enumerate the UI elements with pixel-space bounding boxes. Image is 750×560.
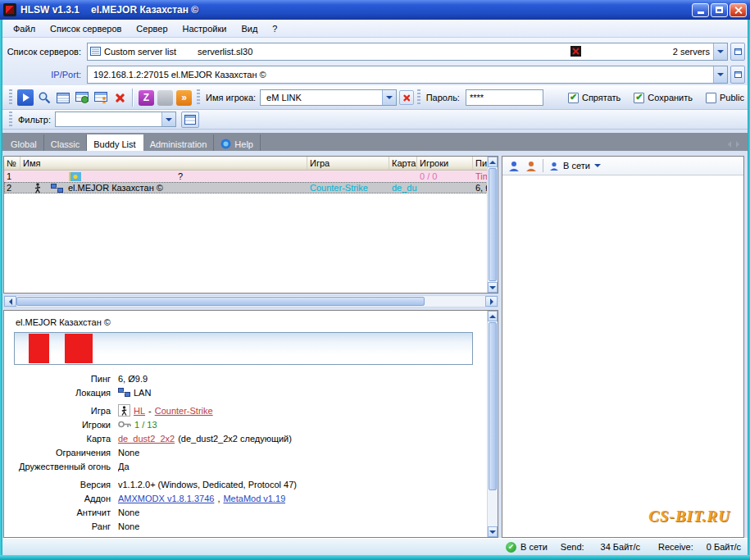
- tab-buddy-list[interactable]: Buddy List: [87, 134, 143, 151]
- public-checkbox-label: Public: [720, 93, 744, 102]
- toolbar-grip[interactable]: [9, 89, 12, 106]
- minimize-button[interactable]: [692, 3, 709, 17]
- player-name-dropdown-button[interactable]: [382, 90, 396, 105]
- game-link-mod[interactable]: Counter-Strike: [155, 406, 213, 416]
- scroll-up-button[interactable]: [488, 157, 498, 167]
- server-title: el.MEJOR Казахстан ©: [91, 4, 198, 16]
- toolbar: Z » Имя игрока: eM LINK Пароль: Спрятать…: [2, 85, 748, 110]
- help-tab-icon: [220, 139, 231, 149]
- arrow-up-icon: [489, 315, 496, 318]
- buddy-orange-icon[interactable]: [525, 161, 537, 171]
- details-title: el.MEJOR Казахстан ©: [16, 317, 481, 327]
- addon-separator: ,: [217, 494, 220, 503]
- scroll-track[interactable]: [16, 296, 485, 307]
- map-link[interactable]: de_dust2_2x2: [118, 434, 175, 444]
- menubar: Файл Список серверов Сервер Настройки Ви…: [2, 20, 748, 38]
- address-panel: Список серверов: Custom server list serv…: [2, 38, 748, 85]
- purple-tool-button[interactable]: Z: [137, 89, 156, 107]
- menu-item-view[interactable]: Вид: [234, 21, 265, 36]
- addon-link-amxmodx[interactable]: AMXMODX v1.8.1.3746: [118, 494, 214, 503]
- column-header-game[interactable]: Игра: [307, 157, 389, 170]
- server-row[interactable]: 1 ? 0 / 0 Time: [4, 171, 498, 182]
- table-vertical-scrollbar[interactable]: [487, 157, 498, 293]
- window-border-bottom: [0, 555, 750, 560]
- detail-row-anticheat: Античит None: [14, 505, 481, 519]
- table-globe-icon: [75, 92, 89, 103]
- game-link-hl[interactable]: HL: [134, 406, 145, 416]
- scroll-down-button[interactable]: [488, 526, 498, 537]
- public-checkbox[interactable]: Public: [706, 93, 744, 103]
- serverlist-view-button[interactable]: [53, 89, 72, 107]
- column-header-players[interactable]: Игроки: [417, 157, 473, 170]
- scroll-thumb[interactable]: [489, 168, 497, 281]
- close-button[interactable]: [730, 3, 747, 17]
- detail-rank-value: None: [118, 521, 139, 531]
- online-status-dropdown[interactable]: В сети: [549, 161, 601, 171]
- filter-input[interactable]: [56, 115, 161, 125]
- menu-item-settings[interactable]: Настройки: [175, 21, 234, 36]
- scroll-up-button[interactable]: [488, 311, 498, 321]
- hide-checkbox[interactable]: Спрятать: [568, 93, 620, 103]
- toolbar-grip[interactable]: [417, 89, 420, 106]
- arrow-down-icon: [489, 530, 496, 534]
- scroll-track[interactable]: [488, 167, 498, 282]
- arrow-right-icon: [490, 298, 493, 305]
- serverlist-dropdown-button[interactable]: [713, 43, 727, 60]
- tab-classic[interactable]: Classic: [44, 134, 87, 151]
- detail-row-ping: Пинг 6, Ø9.9: [14, 371, 481, 385]
- menu-item-serverlist[interactable]: Список серверов: [43, 21, 129, 36]
- internet-list-button[interactable]: [72, 89, 91, 107]
- scroll-left-button[interactable]: [4, 296, 16, 307]
- refresh-search-button[interactable]: [34, 89, 53, 107]
- tab-help-label: Help: [234, 139, 253, 149]
- buddy-blue-icon[interactable]: [508, 161, 520, 171]
- ipport-dropdown-button[interactable]: [713, 66, 727, 83]
- save-checkbox-label: Сохранить: [648, 93, 693, 102]
- delete-server-button[interactable]: [110, 89, 129, 107]
- detail-restrictions-value: None: [118, 448, 139, 458]
- save-checkbox[interactable]: Сохранить: [634, 93, 693, 103]
- scroll-thumb[interactable]: [489, 322, 497, 490]
- filter-combo[interactable]: [55, 112, 176, 127]
- scroll-down-button[interactable]: [488, 282, 498, 293]
- maximize-icon: [716, 7, 723, 13]
- row-map: de_dust2_2x2: [389, 183, 417, 193]
- menu-item-file[interactable]: Файл: [6, 21, 43, 36]
- filter-dropdown-button[interactable]: [161, 112, 175, 126]
- column-header-name[interactable]: Имя: [20, 157, 307, 170]
- column-header-num[interactable]: №: [4, 157, 20, 170]
- column-header-map[interactable]: Карта: [389, 157, 417, 170]
- table-horizontal-scrollbar[interactable]: [3, 295, 498, 307]
- clear-player-name-button[interactable]: [399, 90, 414, 105]
- toolbar-grip[interactable]: [197, 89, 200, 106]
- scroll-thumb[interactable]: [16, 297, 425, 306]
- maximize-button[interactable]: [711, 3, 728, 17]
- details-vertical-scrollbar[interactable]: [487, 311, 498, 537]
- detail-row-map: Карта de_dust2_2x2 (de_dust2_2x2 следующ…: [14, 431, 481, 445]
- filter-settings-button[interactable]: [181, 112, 199, 128]
- titlebar[interactable]: HLSW v1.3.1el.MEJOR Казахстан ©: [0, 0, 750, 20]
- player-list-button[interactable]: [91, 89, 110, 107]
- checkbox-icon: [706, 93, 716, 103]
- tab-scroll-right-icon[interactable]: [736, 141, 739, 148]
- tab-administration[interactable]: Administration: [143, 134, 215, 151]
- server-row-selected[interactable]: 2 el.MEJOR Казахстан © Counter-Strike de…: [4, 182, 498, 193]
- serverlist-manage-button[interactable]: [730, 43, 745, 61]
- scroll-track[interactable]: [488, 321, 498, 526]
- password-input[interactable]: [466, 90, 543, 105]
- gray-tool-button[interactable]: [156, 89, 175, 107]
- serverlist-combo[interactable]: Custom server list serverlist.sl30 2 ser…: [87, 43, 728, 61]
- ipport-manage-button[interactable]: [730, 66, 745, 84]
- connect-button[interactable]: [16, 89, 34, 107]
- menu-item-help[interactable]: ?: [265, 21, 284, 36]
- tab-global[interactable]: Global: [4, 134, 44, 151]
- filter-grip[interactable]: [9, 112, 12, 128]
- orange-tool-button[interactable]: »: [175, 89, 193, 107]
- tab-scroll-left-icon[interactable]: [728, 141, 731, 148]
- addon-link-metamod[interactable]: MetaMod v1.19: [223, 494, 285, 503]
- tab-help[interactable]: Help: [214, 134, 261, 151]
- player-name-combo[interactable]: eM LINK: [260, 89, 397, 106]
- scroll-right-button[interactable]: [485, 296, 498, 307]
- ipport-combo[interactable]: 192.168.1.2:27015 el.MEJOR Казахстан ©: [87, 66, 728, 84]
- menu-item-server[interactable]: Сервер: [129, 21, 175, 36]
